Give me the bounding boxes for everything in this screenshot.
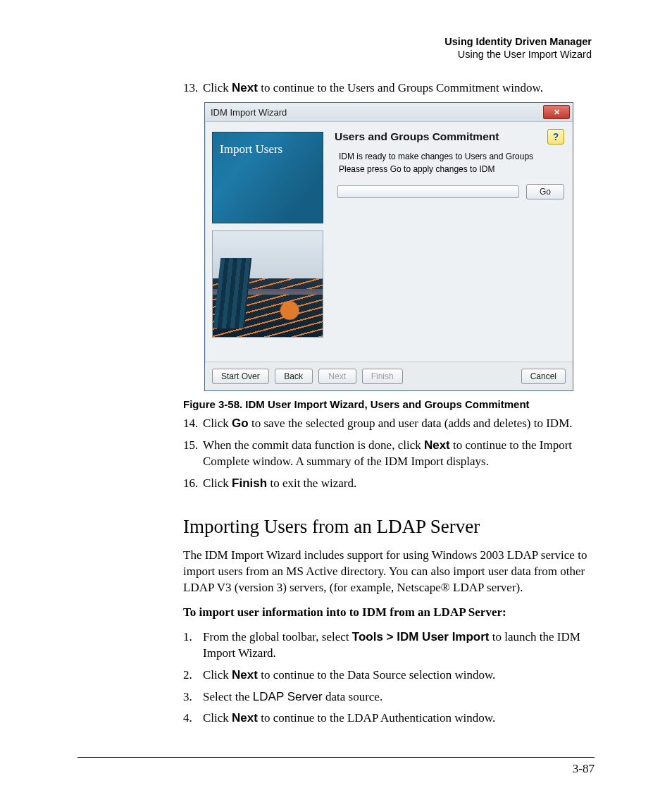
step-text: When the commit data function is done, c… [203, 438, 595, 470]
step-text: Click Next to continue to the Users and … [203, 80, 595, 97]
step-13: 13. Click Next to continue to the Users … [183, 80, 595, 97]
step-text: Click Go to save the selected group and … [203, 416, 595, 432]
idm-import-wizard-window: IDM Import Wizard ✕ Import Users Users a… [204, 102, 573, 391]
next-button[interactable]: Next [318, 369, 356, 384]
step-number: 13. [183, 80, 203, 97]
wizard-footer: Start Over Back Next Finish Cancel [205, 362, 573, 390]
help-icon: ? [553, 131, 559, 142]
close-icon: ✕ [554, 109, 560, 116]
page-number: 3-87 [573, 762, 595, 775]
step-text: Click Next to continue to the Data Sourc… [203, 667, 595, 684]
step-number: 2. [183, 667, 203, 684]
ldap-step-4: 4. Click Next to continue to the LDAP Au… [183, 710, 595, 727]
page-header: Using Identity Driven Manager Using the … [77, 35, 595, 61]
decorative-photo [212, 230, 323, 338]
titlebar: IDM Import Wizard ✕ [205, 103, 573, 122]
wizard-message-1: IDM is ready to make changes to Users an… [335, 150, 564, 163]
page-footer: 3-87 [77, 757, 595, 776]
step-16: 16. Click Finish to exit the wizard. [183, 476, 595, 492]
go-button[interactable]: Go [526, 184, 564, 199]
step-14: 14. Click Go to save the selected group … [183, 416, 595, 432]
wizard-message-2: Please press Go to apply changes to IDM [335, 163, 564, 175]
window-title: IDM Import Wizard [211, 107, 543, 118]
step-text: Click Next to continue to the LDAP Authe… [203, 710, 595, 727]
wizard-heading: Users and Groups Commitment [335, 130, 564, 143]
cancel-button[interactable]: Cancel [521, 369, 566, 384]
step-15: 15. When the commit data function is don… [183, 438, 595, 470]
header-line-1: Using Identity Driven Manager [77, 35, 592, 48]
step-text: Select the LDAP Server data source. [203, 689, 595, 706]
back-button[interactable]: Back [275, 369, 313, 384]
close-button[interactable]: ✕ [543, 105, 570, 119]
step-text: Click Finish to exit the wizard. [203, 476, 595, 492]
ldap-step-1: 1. From the global toolbar, select Tools… [183, 629, 595, 662]
progress-row: Go [335, 184, 564, 199]
help-button[interactable]: ? [547, 129, 564, 144]
wizard-body: Import Users Users and Groups Commitment… [205, 122, 573, 362]
figure-caption: Figure 3-58. IDM User Import Wizard, Use… [183, 398, 595, 410]
progress-bar [337, 185, 519, 198]
step-number: 14. [183, 416, 203, 432]
section-intro: The IDM Import Wizard includes support f… [183, 548, 595, 596]
step-text: From the global toolbar, select Tools > … [203, 629, 595, 662]
ldap-step-2: 2. Click Next to continue to the Data So… [183, 667, 595, 684]
section-heading: Importing Users from an LDAP Server [183, 516, 595, 538]
step-number: 4. [183, 710, 203, 727]
step-number: 1. [183, 629, 203, 662]
section-lead: To import user information into to IDM f… [183, 605, 595, 621]
finish-button[interactable]: Finish [362, 369, 403, 384]
page: Using Identity Driven Manager Using the … [0, 0, 672, 807]
body-content: 13. Click Next to continue to the Users … [77, 80, 595, 727]
start-over-button[interactable]: Start Over [212, 369, 269, 384]
wizard-right-panel: Users and Groups Commitment ? IDM is rea… [330, 122, 573, 362]
step-number: 15. [183, 438, 203, 470]
ldap-step-3: 3. Select the LDAP Server data source. [183, 689, 595, 706]
header-line-2: Using the User Import Wizard [77, 48, 592, 61]
step-number: 3. [183, 689, 203, 706]
step-number: 16. [183, 476, 203, 492]
import-users-tile: Import Users [212, 132, 323, 223]
wizard-left-panel: Import Users [205, 122, 330, 362]
import-users-label: Import Users [220, 142, 282, 156]
